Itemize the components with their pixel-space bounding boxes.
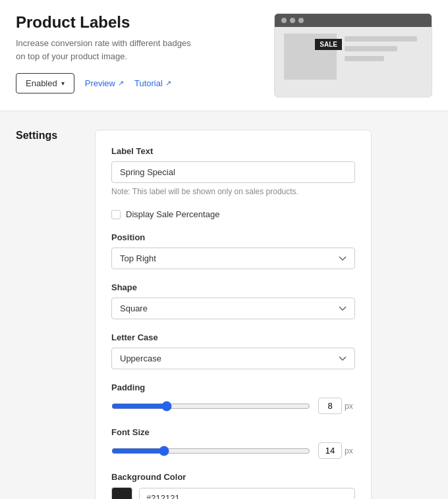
position-label: Position xyxy=(111,232,355,242)
shape-group: Shape Square Circle Rounded xyxy=(111,282,355,319)
header-actions: Enabled ▾ Preview ↗ Tutorial ↗ xyxy=(16,73,274,93)
header-preview: SALE xyxy=(274,13,432,97)
titlebar-dot-1 xyxy=(281,18,287,23)
tutorial-link[interactable]: Tutorial ↗ xyxy=(134,78,171,88)
font-size-slider-row: px xyxy=(111,442,355,459)
tutorial-label: Tutorial xyxy=(134,78,163,88)
font-size-unit: px xyxy=(345,446,353,456)
display-sale-pct-label: Display Sale Percentage xyxy=(126,209,219,219)
preview-widget: SALE xyxy=(274,13,432,97)
chevron-down-icon: ▾ xyxy=(61,80,65,87)
titlebar-dot-2 xyxy=(290,18,295,23)
position-group: Position Top Left Top Right Bottom Left … xyxy=(111,232,355,269)
shape-label: Shape xyxy=(111,282,355,292)
letter-case-label: Letter Case xyxy=(111,332,355,342)
position-select[interactable]: Top Left Top Right Bottom Left Bottom Ri… xyxy=(111,248,355,269)
bg-color-swatch[interactable] xyxy=(111,487,132,499)
display-sale-pct-row: Display Sale Percentage xyxy=(111,209,355,219)
page-description: Increase conversion rate with different … xyxy=(16,37,200,63)
font-size-group: Font Size px xyxy=(111,427,355,459)
label-note: Note: This label will be shown only on s… xyxy=(111,187,355,196)
preview-titlebar xyxy=(275,14,432,27)
label-text-group: Label Text Note: This label will be show… xyxy=(111,146,355,196)
display-sale-pct-checkbox[interactable] xyxy=(111,210,121,219)
bg-color-label: Background Color xyxy=(111,472,355,482)
padding-value-group: px xyxy=(318,398,355,414)
enabled-label: Enabled xyxy=(26,78,57,88)
font-size-value-input[interactable] xyxy=(318,442,342,459)
page-title: Product Labels xyxy=(16,13,274,32)
titlebar-dot-3 xyxy=(298,18,304,23)
preview-line-1 xyxy=(345,36,417,41)
padding-slider-row: px xyxy=(111,398,355,414)
bg-color-group: Background Color xyxy=(111,472,355,499)
preview-line-2 xyxy=(345,46,397,51)
padding-group: Padding px xyxy=(111,382,355,414)
padding-slider[interactable] xyxy=(111,401,310,411)
bg-color-row xyxy=(111,487,355,499)
padding-unit: px xyxy=(345,402,353,411)
font-size-slider[interactable] xyxy=(111,446,310,456)
preview-line-3 xyxy=(345,56,384,61)
external-link-icon: ↗ xyxy=(118,79,124,88)
main-content: Settings Label Text Note: This label wil… xyxy=(0,111,448,499)
sale-badge: SALE xyxy=(315,39,342,50)
header-left: Product Labels Increase conversion rate … xyxy=(16,13,274,93)
preview-link[interactable]: Preview ↗ xyxy=(85,78,124,88)
padding-value-input[interactable] xyxy=(318,398,342,414)
settings-section-label: Settings xyxy=(16,130,69,142)
letter-case-select[interactable]: Uppercase Lowercase Capitalize xyxy=(111,348,355,369)
shape-select[interactable]: Square Circle Rounded xyxy=(111,298,355,319)
font-size-label: Font Size xyxy=(111,427,355,437)
letter-case-group: Letter Case Uppercase Lowercase Capitali… xyxy=(111,332,355,369)
enabled-button[interactable]: Enabled ▾ xyxy=(16,73,74,93)
settings-panel: Label Text Note: This label will be show… xyxy=(95,130,372,499)
external-link-icon: ↗ xyxy=(165,79,171,88)
preview-label: Preview xyxy=(85,78,115,88)
header-section: Product Labels Increase conversion rate … xyxy=(0,0,448,111)
bg-color-input[interactable] xyxy=(139,488,355,500)
padding-label: Padding xyxy=(111,382,355,392)
preview-image: SALE xyxy=(284,34,337,80)
font-size-value-group: px xyxy=(318,442,355,459)
preview-body: SALE xyxy=(275,27,432,97)
label-text-label: Label Text xyxy=(111,146,355,156)
label-text-input[interactable] xyxy=(111,161,355,183)
